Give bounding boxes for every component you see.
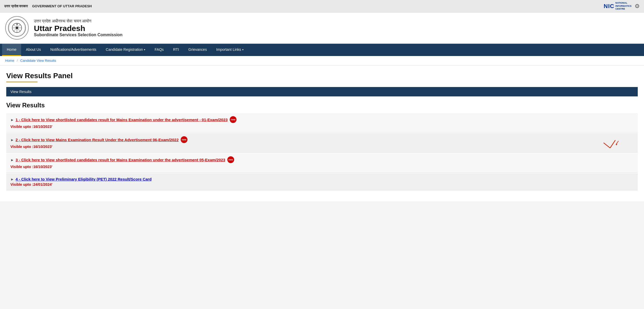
new-badge-1: new bbox=[230, 116, 236, 123]
header-subtitle: Subordinate Services Selection Commissio… bbox=[34, 33, 123, 37]
result-link-container-4: ► 4 - Click here to View Preliminary Eli… bbox=[10, 177, 634, 181]
nav-candidate-registration[interactable]: Candidate Registration ▾ bbox=[101, 44, 150, 56]
nav-notifications[interactable]: Notifications/Advertisements bbox=[46, 44, 101, 56]
results-section-title: View Results bbox=[6, 102, 638, 109]
header-hindi: उत्तर प्रदेश अधीनस्थ सेवा चयन आयोग bbox=[34, 19, 123, 23]
nic-subtext: NATIONAL INFORMATICS CENTRE bbox=[615, 2, 631, 11]
section-header: View Results bbox=[6, 87, 638, 96]
result-link-container-3: ► 3 - Click here to View shortlisted can… bbox=[10, 157, 634, 164]
header-title: Uttar Pradesh bbox=[34, 24, 123, 33]
svg-text:☸: ☸ bbox=[16, 23, 18, 26]
result-row-3: ► 3 - Click here to View shortlisted can… bbox=[6, 153, 638, 173]
svg-line-10 bbox=[604, 143, 610, 148]
result-row-4: ► 4 - Click here to View Preliminary Eli… bbox=[6, 173, 638, 190]
nav-faqs[interactable]: FAQs bbox=[150, 44, 168, 56]
breadcrumb-separator: / bbox=[17, 59, 18, 63]
nav-home[interactable]: Home bbox=[2, 44, 21, 56]
title-underline bbox=[6, 82, 38, 82]
top-bar-hindi: उत्तर प्रदेश सरकार bbox=[4, 4, 28, 8]
result-row-1: ► 1 - Click here to View shortlisted can… bbox=[6, 113, 638, 133]
result-link-1[interactable]: 1 - Click here to View shortlisted candi… bbox=[16, 118, 228, 122]
result-visible-2: Visible upto :16/10/2023' bbox=[10, 145, 634, 149]
candidate-reg-chevron: ▾ bbox=[144, 48, 145, 51]
gear-icon[interactable]: ⚙ bbox=[635, 3, 640, 10]
page-title: View Results Panel bbox=[6, 72, 638, 80]
top-bar: उत्तर प्रदेश सरकार GOVERNMENT OF UTTAR P… bbox=[0, 0, 644, 13]
main-content: View Results Panel View Results View Res… bbox=[0, 65, 644, 201]
breadcrumb-home[interactable]: Home bbox=[5, 59, 14, 63]
result-link-container-2: ► 2 - Click here to View Mains Examinati… bbox=[10, 137, 634, 144]
new-badge-3: new bbox=[227, 156, 234, 163]
bullet-4: ► bbox=[10, 177, 14, 181]
nic-logo: NIC NATIONAL INFORMATICS CENTRE bbox=[604, 2, 631, 11]
new-badge-2: new bbox=[181, 136, 187, 143]
result-visible-3: Visible upto :16/10/2023' bbox=[10, 165, 634, 169]
top-bar-english: GOVERNMENT OF UTTAR PRADESH bbox=[32, 4, 92, 8]
result-link-2[interactable]: 2 - Click here to View Mains Examination… bbox=[16, 138, 179, 142]
top-bar-right: NIC NATIONAL INFORMATICS CENTRE ⚙ bbox=[604, 2, 640, 11]
nav-rti[interactable]: RTI bbox=[168, 44, 184, 56]
nav-important-links[interactable]: Important Links ▾ bbox=[211, 44, 248, 56]
bullet-2: ► bbox=[10, 138, 14, 142]
header-text: उत्तर प्रदेश अधीनस्थ सेवा चयन आयोग Uttar… bbox=[34, 19, 123, 37]
result-row-2: ► 2 - Click here to View Mains Examinati… bbox=[6, 133, 638, 153]
org-logo: ☸ bbox=[5, 16, 29, 40]
result-visible-1: Visible upto :16/10/2023' bbox=[10, 125, 634, 129]
breadcrumb: Home / Candidate View Results bbox=[0, 56, 644, 65]
result-link-container-1: ► 1 - Click here to View shortlisted can… bbox=[10, 117, 634, 123]
result-link-4[interactable]: 4 - Click here to View Preliminary Eligi… bbox=[16, 177, 152, 181]
main-nav: Home About Us Notifications/Advertisemen… bbox=[0, 44, 644, 56]
site-header: ☸ उत्तर प्रदेश अधीनस्थ सेवा चयन आयोग Utt… bbox=[0, 13, 644, 44]
top-bar-left: उत्तर प्रदेश सरकार GOVERNMENT OF UTTAR P… bbox=[4, 4, 92, 8]
result-link-3[interactable]: 3 - Click here to View shortlisted candi… bbox=[16, 158, 225, 162]
breadcrumb-current: Candidate View Results bbox=[20, 59, 56, 63]
bullet-1: ► bbox=[10, 118, 14, 122]
emblem-svg: ☸ bbox=[8, 19, 26, 37]
result-visible-4: Visible upto :24/01/2024' bbox=[10, 182, 634, 187]
svg-line-9 bbox=[610, 140, 615, 148]
nic-logo-text: NIC bbox=[604, 3, 614, 10]
important-links-chevron: ▾ bbox=[242, 48, 244, 51]
nav-grievances[interactable]: Grievances bbox=[184, 44, 211, 56]
section-header-label: View Results bbox=[10, 90, 32, 94]
bullet-3: ► bbox=[10, 158, 14, 162]
nav-about-us[interactable]: About Us bbox=[21, 44, 46, 56]
checkmark-annotation bbox=[602, 139, 623, 152]
